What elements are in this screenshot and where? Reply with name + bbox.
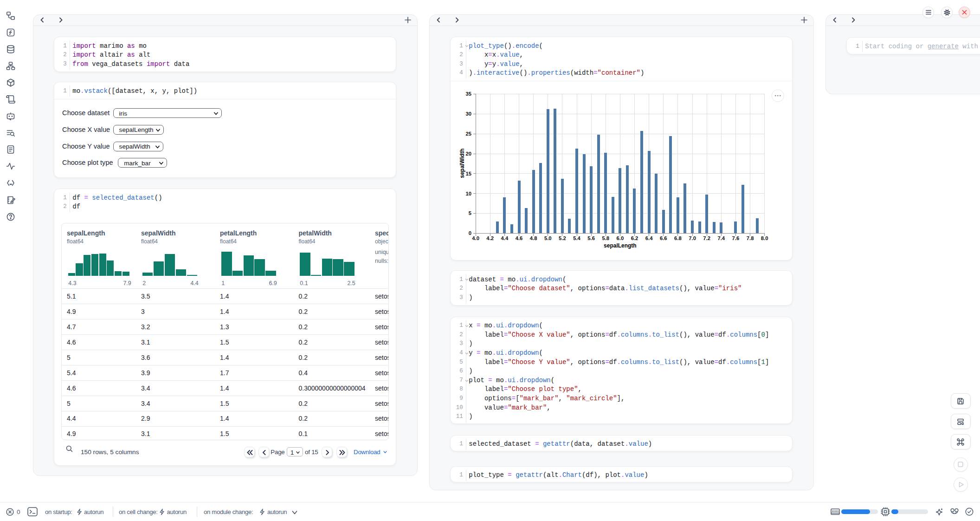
- svg-text:15: 15: [466, 171, 472, 176]
- svg-text:5.4: 5.4: [573, 235, 580, 241]
- svg-text:7.8: 7.8: [747, 235, 754, 241]
- svg-text:5.0: 5.0: [544, 235, 552, 241]
- svg-text:5: 5: [469, 211, 471, 216]
- svg-text:7.4: 7.4: [718, 235, 725, 241]
- svg-text:6.4: 6.4: [645, 235, 653, 241]
- svg-text:5.6: 5.6: [588, 235, 595, 241]
- svg-text:6.8: 6.8: [674, 235, 682, 241]
- svg-text:25: 25: [466, 131, 472, 137]
- svg-text:8.0: 8.0: [761, 235, 768, 241]
- svg-text:6.2: 6.2: [631, 235, 638, 241]
- svg-text:30: 30: [466, 111, 472, 117]
- svg-text:20: 20: [466, 151, 472, 156]
- svg-text:4.2: 4.2: [487, 235, 494, 241]
- svg-text:6.0: 6.0: [617, 235, 624, 241]
- svg-text:4.8: 4.8: [530, 235, 537, 241]
- svg-text:7.2: 7.2: [703, 235, 711, 241]
- svg-text:6.6: 6.6: [660, 235, 667, 241]
- svg-text:0: 0: [469, 231, 471, 236]
- svg-text:7.0: 7.0: [689, 235, 696, 241]
- svg-text:5.2: 5.2: [559, 235, 566, 241]
- svg-text:4.0: 4.0: [472, 235, 480, 241]
- svg-text:10: 10: [466, 191, 472, 196]
- svg-text:4.4: 4.4: [501, 235, 509, 241]
- svg-text:sepalWidth: sepalWidth: [459, 149, 465, 178]
- svg-text:7.6: 7.6: [732, 235, 740, 241]
- svg-text:35: 35: [466, 91, 472, 97]
- svg-text:sepalLength: sepalLength: [604, 243, 637, 249]
- svg-text:4.6: 4.6: [516, 235, 523, 241]
- svg-text:5.8: 5.8: [602, 235, 610, 241]
